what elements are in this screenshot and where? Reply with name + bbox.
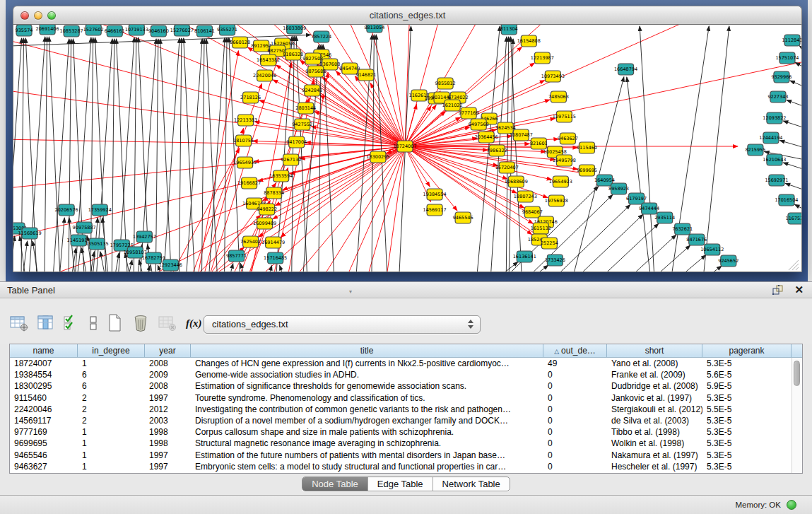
close-window-button[interactable] — [20, 11, 29, 20]
network-edge[interactable] — [794, 204, 801, 210]
cell-out_degree[interactable]: 0 — [543, 369, 607, 380]
table-row[interactable]: 1938455462009Genome-wide association stu… — [10, 369, 802, 380]
network-edge[interactable] — [319, 45, 321, 271]
cell-name[interactable]: 9115460 — [10, 392, 78, 404]
cell-year[interactable]: 2003 — [145, 415, 191, 426]
table-row[interactable]: 911546021997Tourette syndrome. Phenomeno… — [10, 392, 802, 404]
cell-short[interactable]: Yano et al. (2008) — [607, 358, 702, 369]
network-window-titlebar[interactable]: citations_edges.txt — [13, 6, 802, 25]
memory-status-indicator[interactable] — [787, 500, 796, 510]
zoom-window-button[interactable] — [47, 11, 56, 20]
network-edge[interactable] — [314, 112, 405, 146]
cell-title[interactable]: Changes of HCN gene expression and I(f) … — [191, 358, 543, 369]
table-row[interactable]: 1872400712008Changes of HCN gene express… — [10, 358, 802, 369]
cell-short[interactable]: de Silva et al. (2003) — [607, 415, 702, 426]
cell-out_degree[interactable]: 0 — [543, 438, 607, 449]
tab-network-table[interactable]: Network Table — [433, 477, 510, 491]
network-edge[interactable] — [208, 37, 225, 271]
cell-title[interactable]: Tourette syndrome. Phenomenology and cla… — [191, 392, 543, 404]
network-edge[interactable] — [405, 105, 436, 146]
network-edge[interactable] — [795, 62, 801, 68]
cell-title[interactable]: Estimation of the future numbers of pati… — [191, 450, 543, 461]
cell-name[interactable]: 9777169 — [10, 426, 78, 438]
network-edge[interactable] — [704, 26, 729, 271]
cell-out_degree[interactable]: 0 — [543, 426, 607, 438]
column-header-pagerank[interactable]: pagerank — [702, 344, 792, 357]
cell-year[interactable]: 1998 — [145, 438, 191, 449]
network-edge[interactable] — [225, 37, 227, 271]
column-header-out_degree[interactable]: △out_de… — [543, 344, 607, 357]
network-edge[interactable] — [160, 39, 172, 271]
network-edge[interactable] — [336, 71, 405, 146]
cell-pagerank[interactable]: 5.3E-5 — [702, 426, 792, 438]
cell-short[interactable]: Hescheler et al. (1997) — [607, 461, 702, 472]
cell-pagerank[interactable]: 5.3E-5 — [702, 358, 792, 369]
network-edge[interactable] — [20, 236, 25, 271]
cell-year[interactable]: 2008 — [145, 380, 191, 392]
create-table-icon[interactable] — [107, 314, 123, 332]
network-edge[interactable] — [785, 183, 801, 190]
cell-pagerank[interactable]: 5.3E-5 — [702, 461, 792, 472]
network-edge[interactable] — [13, 236, 15, 271]
network-edge[interactable] — [498, 262, 518, 271]
delete-icon[interactable] — [132, 314, 149, 332]
cell-name[interactable]: 18300295 — [10, 380, 78, 392]
table-row[interactable]: 969969511998Structural magnetic resonanc… — [10, 438, 802, 449]
cell-title[interactable]: Corpus callosum shape and size in male p… — [191, 426, 543, 438]
network-edge[interactable] — [118, 37, 134, 271]
cell-short[interactable]: Nakamura et al. (1997) — [607, 450, 702, 461]
network-canvas[interactable]: 8660128891295415226058982750381863281654… — [13, 25, 802, 272]
cell-out_degree[interactable]: 49 — [543, 358, 607, 369]
show-columns-icon[interactable] — [37, 315, 54, 332]
column-header-title[interactable]: title — [191, 344, 543, 357]
cell-out_degree[interactable]: 0 — [543, 415, 607, 426]
cell-in_degree[interactable]: 1 — [78, 461, 145, 472]
column-header-name[interactable]: name — [10, 344, 78, 357]
cell-name[interactable]: 22420046 — [10, 404, 78, 415]
network-edge[interactable] — [201, 39, 204, 271]
network-edge[interactable] — [45, 37, 47, 271]
cell-title[interactable]: Estimation of significance thresholds fo… — [191, 380, 543, 392]
row-height-icon[interactable] — [88, 315, 98, 332]
network-edge[interactable] — [706, 266, 722, 271]
cell-in_degree[interactable]: 6 — [78, 369, 145, 380]
table-row[interactable]: 1456911722003Disruption of a novel membe… — [10, 415, 802, 426]
cell-year[interactable]: 1997 — [145, 450, 191, 461]
cell-short[interactable]: Stergiakouli et al. (2012) — [607, 404, 702, 415]
cell-short[interactable]: Wolkin et al. (1998) — [607, 438, 702, 449]
network-edge[interactable] — [405, 25, 801, 146]
network-edge[interactable] — [230, 264, 233, 271]
network-edge[interactable] — [100, 252, 105, 271]
table-row[interactable]: 946362711997Embryonic stem cells: a mode… — [10, 461, 802, 472]
tab-edge-table[interactable]: Edge Table — [368, 477, 433, 491]
network-edge[interactable] — [506, 37, 508, 271]
network-edge[interactable] — [601, 223, 659, 271]
cell-short[interactable]: Jankovic et al. (1997) — [607, 392, 702, 404]
network-edge[interactable] — [405, 146, 548, 198]
cell-in_degree[interactable]: 2 — [78, 392, 145, 404]
cell-name[interactable]: 19384554 — [10, 369, 78, 380]
minimize-window-button[interactable] — [34, 11, 42, 20]
cell-title[interactable]: Disruption of a novel member of a sodium… — [191, 415, 543, 426]
function-builder-icon[interactable]: f(x) — [186, 317, 202, 329]
network-edge[interactable] — [531, 265, 548, 271]
cell-pagerank[interactable]: 5.3E-5 — [702, 415, 792, 426]
cell-pagerank[interactable]: 5.5E-5 — [702, 404, 792, 415]
cell-pagerank[interactable]: 5.6E-5 — [702, 369, 792, 380]
cell-in_degree[interactable]: 1 — [78, 438, 145, 449]
cell-out_degree[interactable]: 0 — [543, 450, 607, 461]
cell-title[interactable]: Structural magnetic resonance image aver… — [191, 438, 543, 449]
cell-out_degree[interactable]: 0 — [543, 461, 607, 472]
cell-pagerank[interactable]: 5.3E-5 — [702, 392, 792, 404]
network-edge[interactable] — [323, 77, 405, 146]
cell-short[interactable]: Tibbo et al. (1998) — [607, 426, 702, 438]
table-row[interactable]: 1830029562008Estimation of significance … — [10, 380, 802, 392]
cell-in_degree[interactable]: 6 — [78, 380, 145, 392]
cell-title[interactable]: Investigating the contribution of common… — [191, 404, 543, 415]
cell-out_degree[interactable]: 0 — [543, 404, 607, 415]
network-edge[interactable] — [779, 141, 801, 148]
cell-in_degree[interactable]: 2 — [78, 404, 145, 415]
cell-title[interactable]: Embryonic stem cells: a model to study s… — [191, 461, 543, 472]
select-all-icon[interactable] — [64, 315, 79, 332]
cell-name[interactable]: 14569117 — [10, 415, 78, 426]
